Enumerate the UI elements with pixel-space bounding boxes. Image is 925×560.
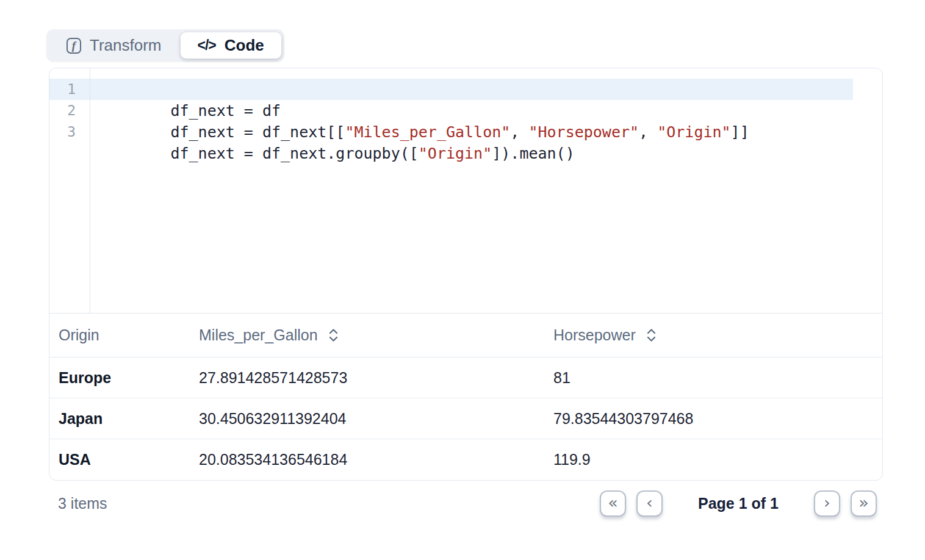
- cell-origin: Japan: [49, 410, 199, 428]
- cell-horsepower: 81: [553, 369, 882, 387]
- cell-horsepower: 119.9: [553, 451, 882, 468]
- code-token-string: "Horsepower": [528, 123, 639, 141]
- table-row: USA 20.083534136546184 119.9: [49, 439, 882, 480]
- column-header-label: Miles_per_Gallon: [199, 326, 318, 344]
- view-mode-tabbar: f Transform </> Code: [46, 29, 284, 62]
- next-page-button[interactable]: ›: [814, 490, 840, 517]
- cell-miles-per-gallon: 30.450632911392404: [199, 410, 553, 428]
- chevron-left-icon: ‹: [646, 494, 653, 511]
- cell-miles-per-gallon: 27.891428571428573: [199, 369, 553, 387]
- function-icon: f: [67, 38, 81, 54]
- tab-code-label: Code: [225, 36, 264, 55]
- code-token: df_next = df: [170, 102, 281, 120]
- code-token: df_next = df_next.groupby([: [170, 145, 418, 162]
- table-row: Europe 27.891428571428573 81: [49, 357, 882, 398]
- column-header-label: Origin: [59, 326, 99, 344]
- table-header-row: Origin Miles_per_Gallon Horsepower: [49, 314, 882, 357]
- code-token: ]]: [731, 123, 749, 141]
- code-token-string: "Origin": [657, 123, 730, 141]
- sort-chevrons-icon[interactable]: [645, 327, 658, 343]
- page-indicator: Page 1 of 1: [698, 495, 779, 512]
- double-chevron-left-icon: «: [608, 494, 618, 511]
- code-token: ,: [510, 123, 528, 141]
- code-token: df_next = df_next[[: [170, 123, 345, 141]
- line-number-gutter: 1 2 3: [49, 68, 90, 313]
- code-token-string: "Miles_per_Gallon": [345, 123, 510, 141]
- code-editor[interactable]: 1 2 3 df_next = df df_next = df_next[["M…: [49, 68, 882, 314]
- line-number: 1: [49, 79, 90, 100]
- tab-code[interactable]: </> Code: [181, 32, 281, 59]
- cell-miles-per-gallon: 20.083534136546184: [199, 451, 553, 468]
- last-page-button[interactable]: »: [851, 490, 877, 517]
- first-page-button[interactable]: «: [600, 490, 626, 517]
- line-number: 3: [49, 121, 90, 143]
- code-line-1[interactable]: df_next = df: [90, 79, 853, 100]
- tab-transform-label: Transform: [90, 36, 162, 55]
- cell-horsepower: 79.83544303797468: [553, 410, 882, 428]
- column-header-label: Horsepower: [553, 326, 636, 344]
- tab-transform[interactable]: f Transform: [49, 32, 179, 59]
- table-footer: 3 items « ‹ Page 1 of 1 › »: [49, 488, 883, 519]
- chevron-right-icon: ›: [824, 494, 830, 511]
- code-content[interactable]: df_next = df df_next = df_next[["Miles_p…: [90, 68, 853, 313]
- code-token: ,: [639, 123, 657, 141]
- items-count: 3 items: [49, 495, 107, 512]
- pagination-controls: « ‹ Page 1 of 1 › »: [600, 490, 883, 517]
- column-header-origin: Origin: [49, 326, 199, 344]
- double-chevron-right-icon: »: [858, 494, 869, 511]
- code-token: ]).mean(): [492, 145, 574, 162]
- code-icon: </>: [198, 37, 216, 54]
- prev-page-button[interactable]: ‹: [636, 490, 663, 517]
- cell-origin: Europe: [49, 369, 199, 387]
- code-token-string: "Origin": [419, 145, 492, 162]
- column-header-horsepower[interactable]: Horsepower: [553, 326, 882, 344]
- column-header-miles-per-gallon[interactable]: Miles_per_Gallon: [199, 326, 553, 344]
- line-number: 2: [49, 100, 90, 121]
- sort-chevrons-icon[interactable]: [327, 327, 340, 343]
- code-and-results-panel: 1 2 3 df_next = df df_next = df_next[["M…: [49, 68, 883, 481]
- table-row: Japan 30.450632911392404 79.835443037974…: [49, 398, 882, 439]
- cell-origin: USA: [49, 451, 199, 468]
